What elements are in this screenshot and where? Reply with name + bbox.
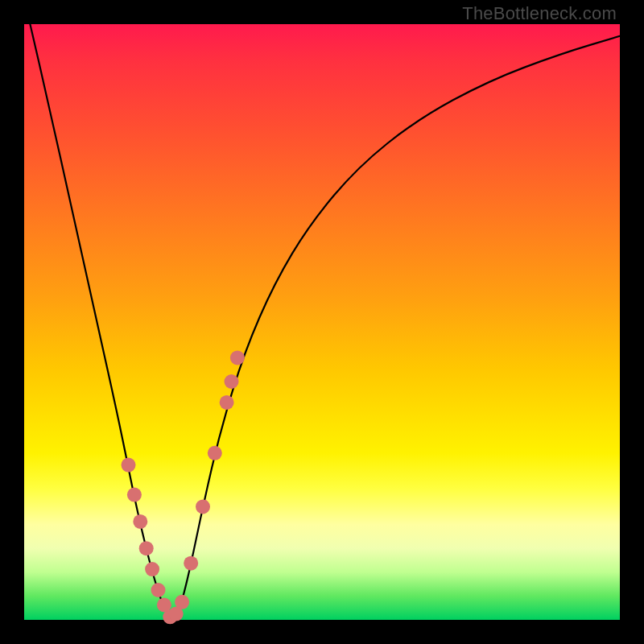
data-point-marker: [196, 499, 210, 514]
plot-background: [24, 24, 620, 620]
data-point-marker: [127, 488, 142, 502]
data-point-marker: [184, 556, 198, 571]
data-point-marker: [230, 350, 245, 365]
data-point-marker: [208, 446, 222, 460]
data-point-marker: [122, 458, 136, 473]
marker-group: [122, 350, 245, 624]
data-point-marker: [225, 374, 239, 389]
curve-layer: [24, 24, 620, 620]
bottleneck-curve: [30, 24, 620, 617]
data-point-marker: [151, 583, 166, 597]
watermark-text: TheBottleneck.com: [462, 3, 617, 24]
data-point-marker: [133, 514, 147, 529]
data-point-marker: [139, 541, 154, 555]
data-point-marker: [175, 595, 189, 609]
data-point-marker: [220, 395, 234, 410]
chart-frame: TheBottleneck.com: [0, 0, 644, 644]
data-point-marker: [145, 562, 159, 576]
